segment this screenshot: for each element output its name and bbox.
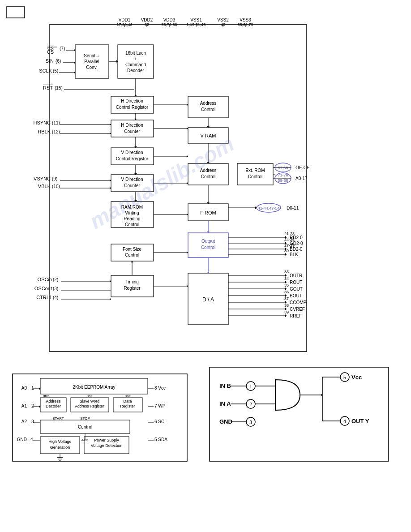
svg-text:CS: CS xyxy=(47,46,54,51)
svg-text:H Direction: H Direction xyxy=(121,123,143,128)
svg-text:Decoder: Decoder xyxy=(46,404,61,408)
svg-text:V Direction: V Direction xyxy=(121,150,143,155)
svg-text:BOUT: BOUT xyxy=(290,293,302,298)
svg-text:Control: Control xyxy=(248,174,262,179)
svg-text:VSS2: VSS2 xyxy=(217,17,229,22)
svg-text:GND: GND xyxy=(219,418,232,425)
svg-text:(15): (15) xyxy=(55,86,63,90)
svg-text:High Voltage: High Voltage xyxy=(48,439,71,444)
svg-marker-157 xyxy=(255,206,257,209)
svg-text:H Direction: H Direction xyxy=(121,99,143,103)
svg-text:V RAM: V RAM xyxy=(201,133,216,138)
svg-text:8 Vcc: 8 Vcc xyxy=(154,386,166,390)
svg-text:Register: Register xyxy=(120,404,135,408)
svg-text:F ROM: F ROM xyxy=(200,210,216,215)
svg-marker-208 xyxy=(285,314,287,317)
svg-text:Address: Address xyxy=(200,168,217,173)
svg-text:A0-17: A0-17 xyxy=(295,176,308,181)
svg-text:33: 33 xyxy=(284,270,289,274)
svg-text:Control: Control xyxy=(125,222,139,227)
page: manualslib.com VDD1 17,20,46 VDD2 32 VDD… xyxy=(0,0,411,532)
svg-text:Control: Control xyxy=(125,253,139,257)
svg-text:VBLK: VBLK xyxy=(38,184,51,189)
svg-text:CTRL1: CTRL1 xyxy=(36,295,52,300)
svg-text:Address Register: Address Register xyxy=(75,404,104,408)
svg-text:ROUT: ROUT xyxy=(290,280,302,285)
svg-text:(6): (6) xyxy=(56,59,61,64)
svg-text:Control: Control xyxy=(78,425,92,429)
svg-text:Serial→: Serial→ xyxy=(84,53,100,58)
svg-text:RREF: RREF xyxy=(290,313,302,318)
svg-text:HBLK: HBLK xyxy=(38,129,51,134)
svg-text:(7): (7) xyxy=(60,46,65,51)
svg-text:Voltage Detection: Voltage Detection xyxy=(91,443,123,448)
svg-text:8bit: 8bit xyxy=(125,394,131,398)
svg-text:38: 38 xyxy=(284,303,289,308)
svg-text:Parallel: Parallel xyxy=(84,59,99,64)
svg-text:Writing: Writing xyxy=(125,210,139,215)
svg-text:VDD1: VDD1 xyxy=(119,17,131,22)
svg-text:SIN: SIN xyxy=(46,58,54,64)
svg-text:Address: Address xyxy=(200,101,217,106)
svg-text:Control Registor: Control Registor xyxy=(116,156,149,161)
svg-text:16bit Lach: 16bit Lach xyxy=(125,51,146,56)
svg-text:V Direction: V Direction xyxy=(121,177,143,182)
svg-text:Ext. ROM: Ext. ROM xyxy=(245,168,265,173)
svg-text:GOUT: GOUT xyxy=(290,287,303,292)
svg-text:59-68: 59-68 xyxy=(278,178,288,183)
svg-text:(10): (10) xyxy=(52,184,60,189)
svg-text:SCLK: SCLK xyxy=(39,68,52,73)
svg-text:2: 2 xyxy=(249,402,252,407)
svg-text:CCOMP: CCOMP xyxy=(290,300,307,305)
svg-text:Control: Control xyxy=(201,107,215,112)
svg-text:RAM,ROM: RAM,ROM xyxy=(121,205,143,210)
schematic-diagram: VDD1 17,20,46 VDD2 32 VDD3 56,70,80 VSS1… xyxy=(0,0,411,532)
svg-rect-0 xyxy=(7,7,25,18)
svg-text:24-26: 24-26 xyxy=(284,237,295,242)
svg-marker-117 xyxy=(110,298,111,300)
svg-text:VSS1: VSS1 xyxy=(190,17,202,22)
svg-marker-176 xyxy=(285,253,287,256)
svg-text:VDD2: VDD2 xyxy=(141,17,153,22)
svg-text:4: 4 xyxy=(30,437,33,442)
svg-text:IN B: IN B xyxy=(219,382,231,389)
svg-text:OE-CE: OE-CE xyxy=(295,165,310,170)
svg-text:37: 37 xyxy=(284,296,289,301)
svg-text:27-29: 27-29 xyxy=(284,243,295,248)
svg-text:1: 1 xyxy=(249,384,252,389)
svg-text:(4): (4) xyxy=(53,295,58,300)
svg-text:VDD3: VDD3 xyxy=(163,17,176,22)
svg-text:A2: A2 xyxy=(21,419,27,424)
svg-text:35: 35 xyxy=(284,283,289,287)
svg-text:34: 34 xyxy=(284,276,289,281)
svg-text:RST: RST xyxy=(43,85,53,90)
svg-text:CVREF: CVREF xyxy=(290,307,305,312)
svg-text:Timing: Timing xyxy=(125,279,139,284)
svg-text:5: 5 xyxy=(343,375,346,380)
svg-text:7 WP: 7 WP xyxy=(154,403,166,408)
svg-text:8bit: 8bit xyxy=(43,394,49,398)
svg-text:Counter: Counter xyxy=(124,183,140,188)
svg-text:OSCout: OSCout xyxy=(34,286,52,291)
svg-text:Decoder: Decoder xyxy=(127,68,144,73)
svg-rect-265 xyxy=(210,367,389,461)
svg-text:39: 39 xyxy=(284,310,289,314)
svg-text:41-44,47-54: 41-44,47-54 xyxy=(258,206,280,210)
svg-text:VSS3: VSS3 xyxy=(240,17,251,22)
svg-text:1: 1 xyxy=(31,386,34,390)
svg-text:3: 3 xyxy=(31,419,34,424)
svg-text:Power Supply: Power Supply xyxy=(94,438,119,442)
svg-text:A1: A1 xyxy=(21,403,27,408)
svg-text:OUTR: OUTR xyxy=(290,273,302,278)
svg-text:OUT Y: OUT Y xyxy=(351,418,369,425)
svg-text:(11): (11) xyxy=(52,120,60,125)
svg-text:5 SDA: 5 SDA xyxy=(154,437,167,442)
svg-text:Output: Output xyxy=(201,239,215,244)
svg-text:36: 36 xyxy=(284,290,289,294)
svg-text:71-78: 71-78 xyxy=(278,173,288,177)
svg-text:START: START xyxy=(52,416,64,420)
svg-text:2: 2 xyxy=(31,403,34,408)
svg-text:Control Registor: Control Registor xyxy=(116,105,149,110)
svg-text:4: 4 xyxy=(343,419,346,424)
svg-text:(3): (3) xyxy=(53,286,58,291)
